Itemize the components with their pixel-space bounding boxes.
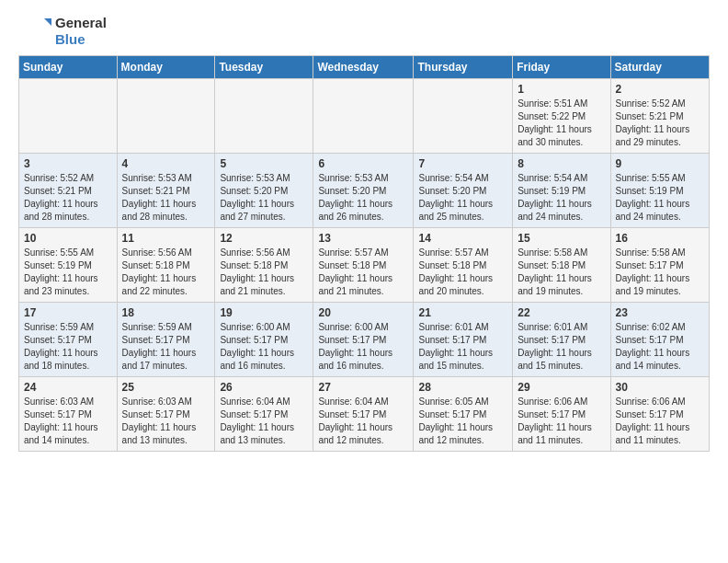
day-number: 23 xyxy=(616,306,704,319)
day-number: 19 xyxy=(220,306,308,319)
calendar-cell-w4d5: 29Sunrise: 6:06 AM Sunset: 5:17 PM Dayli… xyxy=(513,377,610,452)
day-info: Sunrise: 5:53 AM Sunset: 5:20 PM Dayligh… xyxy=(220,172,308,224)
day-number: 25 xyxy=(122,381,210,394)
day-number: 10 xyxy=(24,232,112,245)
calendar-cell-w2d5: 15Sunrise: 5:58 AM Sunset: 5:18 PM Dayli… xyxy=(513,228,610,303)
calendar-cell-w1d1: 4Sunrise: 5:53 AM Sunset: 5:21 PM Daylig… xyxy=(117,154,215,228)
calendar-cell-w2d0: 10Sunrise: 5:55 AM Sunset: 5:19 PM Dayli… xyxy=(19,228,118,303)
day-info: Sunrise: 5:52 AM Sunset: 5:21 PM Dayligh… xyxy=(616,98,704,149)
day-number: 6 xyxy=(318,157,408,170)
day-number: 11 xyxy=(122,232,210,245)
day-info: Sunrise: 6:00 AM Sunset: 5:17 PM Dayligh… xyxy=(220,321,308,373)
dow-header-sunday: Sunday xyxy=(19,56,118,79)
day-info: Sunrise: 6:04 AM Sunset: 5:17 PM Dayligh… xyxy=(220,396,308,447)
day-info: Sunrise: 5:57 AM Sunset: 5:18 PM Dayligh… xyxy=(318,247,408,298)
dow-header-wednesday: Wednesday xyxy=(313,56,414,79)
day-info: Sunrise: 6:04 AM Sunset: 5:17 PM Dayligh… xyxy=(318,396,408,447)
day-number: 24 xyxy=(24,381,112,394)
day-info: Sunrise: 5:54 AM Sunset: 5:20 PM Dayligh… xyxy=(418,172,507,224)
day-number: 8 xyxy=(518,157,605,170)
day-number: 2 xyxy=(616,83,704,96)
day-number: 12 xyxy=(220,232,308,245)
day-number: 18 xyxy=(122,306,210,319)
logo-general: General xyxy=(55,15,107,30)
day-info: Sunrise: 5:55 AM Sunset: 5:19 PM Dayligh… xyxy=(616,172,704,224)
day-number: 20 xyxy=(318,306,408,319)
calendar-cell-w4d2: 26Sunrise: 6:04 AM Sunset: 5:17 PM Dayli… xyxy=(215,377,313,452)
day-info: Sunrise: 5:53 AM Sunset: 5:21 PM Dayligh… xyxy=(122,172,210,224)
day-info: Sunrise: 5:56 AM Sunset: 5:18 PM Dayligh… xyxy=(220,247,308,298)
calendar-cell-w1d4: 7Sunrise: 5:54 AM Sunset: 5:20 PM Daylig… xyxy=(414,154,513,228)
calendar-cell-w0d1 xyxy=(117,79,215,154)
day-number: 4 xyxy=(122,157,210,170)
day-number: 30 xyxy=(616,381,704,394)
day-info: Sunrise: 5:53 AM Sunset: 5:20 PM Dayligh… xyxy=(318,172,408,224)
calendar-cell-w0d5: 1Sunrise: 5:51 AM Sunset: 5:22 PM Daylig… xyxy=(513,79,610,154)
day-info: Sunrise: 5:59 AM Sunset: 5:17 PM Dayligh… xyxy=(122,321,210,373)
calendar-cell-w3d6: 23Sunrise: 6:02 AM Sunset: 5:17 PM Dayli… xyxy=(610,303,709,377)
calendar-cell-w0d0 xyxy=(19,79,118,154)
day-number: 1 xyxy=(518,83,605,96)
dow-header-saturday: Saturday xyxy=(610,56,709,79)
day-number: 14 xyxy=(418,232,507,245)
calendar-cell-w3d2: 19Sunrise: 6:00 AM Sunset: 5:17 PM Dayli… xyxy=(215,303,313,377)
day-info: Sunrise: 5:56 AM Sunset: 5:18 PM Dayligh… xyxy=(122,247,210,298)
day-number: 26 xyxy=(220,381,308,394)
logo-blue: Blue xyxy=(55,31,85,47)
calendar-cell-w3d1: 18Sunrise: 5:59 AM Sunset: 5:17 PM Dayli… xyxy=(117,303,215,377)
calendar-cell-w1d0: 3Sunrise: 5:52 AM Sunset: 5:21 PM Daylig… xyxy=(19,154,118,228)
calendar-cell-w3d0: 17Sunrise: 5:59 AM Sunset: 5:17 PM Dayli… xyxy=(19,303,118,377)
calendar-cell-w2d4: 14Sunrise: 5:57 AM Sunset: 5:18 PM Dayli… xyxy=(414,228,513,303)
day-number: 7 xyxy=(418,157,507,170)
page-header: General Blue xyxy=(18,15,710,48)
calendar-cell-w3d5: 22Sunrise: 6:01 AM Sunset: 5:17 PM Dayli… xyxy=(513,303,610,377)
day-number: 27 xyxy=(318,381,408,394)
logo: General Blue xyxy=(18,15,107,48)
day-number: 5 xyxy=(220,157,308,170)
calendar-cell-w0d2 xyxy=(215,79,313,154)
day-number: 16 xyxy=(616,232,704,245)
day-number: 17 xyxy=(24,306,112,319)
day-number: 21 xyxy=(418,306,507,319)
calendar-table: SundayMondayTuesdayWednesdayThursdayFrid… xyxy=(18,55,710,452)
calendar-cell-w0d3 xyxy=(313,79,414,154)
calendar-cell-w3d4: 21Sunrise: 6:01 AM Sunset: 5:17 PM Dayli… xyxy=(414,303,513,377)
calendar-cell-w3d3: 20Sunrise: 6:00 AM Sunset: 5:17 PM Dayli… xyxy=(313,303,414,377)
calendar-cell-w2d6: 16Sunrise: 5:58 AM Sunset: 5:17 PM Dayli… xyxy=(610,228,709,303)
day-number: 22 xyxy=(518,306,605,319)
calendar-cell-w4d1: 25Sunrise: 6:03 AM Sunset: 5:17 PM Dayli… xyxy=(117,377,215,452)
day-info: Sunrise: 5:52 AM Sunset: 5:21 PM Dayligh… xyxy=(24,172,112,224)
day-number: 28 xyxy=(418,381,507,394)
day-info: Sunrise: 6:05 AM Sunset: 5:17 PM Dayligh… xyxy=(418,396,507,447)
day-info: Sunrise: 6:00 AM Sunset: 5:17 PM Dayligh… xyxy=(318,321,408,373)
day-info: Sunrise: 6:06 AM Sunset: 5:17 PM Dayligh… xyxy=(616,396,704,447)
day-number: 3 xyxy=(24,157,112,170)
day-info: Sunrise: 5:58 AM Sunset: 5:17 PM Dayligh… xyxy=(616,247,704,298)
day-number: 15 xyxy=(518,232,605,245)
day-info: Sunrise: 5:55 AM Sunset: 5:19 PM Dayligh… xyxy=(24,247,112,298)
calendar-cell-w1d2: 5Sunrise: 5:53 AM Sunset: 5:20 PM Daylig… xyxy=(215,154,313,228)
calendar-cell-w2d1: 11Sunrise: 5:56 AM Sunset: 5:18 PM Dayli… xyxy=(117,228,215,303)
calendar-cell-w2d3: 13Sunrise: 5:57 AM Sunset: 5:18 PM Dayli… xyxy=(313,228,414,303)
calendar-cell-w2d2: 12Sunrise: 5:56 AM Sunset: 5:18 PM Dayli… xyxy=(215,228,313,303)
day-info: Sunrise: 5:51 AM Sunset: 5:22 PM Dayligh… xyxy=(518,98,605,149)
calendar-cell-w1d6: 9Sunrise: 5:55 AM Sunset: 5:19 PM Daylig… xyxy=(610,154,709,228)
day-info: Sunrise: 6:03 AM Sunset: 5:17 PM Dayligh… xyxy=(24,396,112,447)
day-info: Sunrise: 6:01 AM Sunset: 5:17 PM Dayligh… xyxy=(418,321,507,373)
dow-header-friday: Friday xyxy=(513,56,610,79)
logo-graphic xyxy=(18,15,51,48)
day-info: Sunrise: 6:06 AM Sunset: 5:17 PM Dayligh… xyxy=(518,396,605,447)
dow-header-tuesday: Tuesday xyxy=(215,56,313,79)
day-info: Sunrise: 5:59 AM Sunset: 5:17 PM Dayligh… xyxy=(24,321,112,373)
day-number: 29 xyxy=(518,381,605,394)
day-info: Sunrise: 6:02 AM Sunset: 5:17 PM Dayligh… xyxy=(616,321,704,373)
calendar-cell-w4d0: 24Sunrise: 6:03 AM Sunset: 5:17 PM Dayli… xyxy=(19,377,118,452)
calendar-cell-w1d5: 8Sunrise: 5:54 AM Sunset: 5:19 PM Daylig… xyxy=(513,154,610,228)
dow-header-monday: Monday xyxy=(117,56,215,79)
day-number: 9 xyxy=(616,157,704,170)
day-info: Sunrise: 5:58 AM Sunset: 5:18 PM Dayligh… xyxy=(518,247,605,298)
day-info: Sunrise: 6:03 AM Sunset: 5:17 PM Dayligh… xyxy=(122,396,210,447)
day-info: Sunrise: 5:54 AM Sunset: 5:19 PM Dayligh… xyxy=(518,172,605,224)
calendar-cell-w4d3: 27Sunrise: 6:04 AM Sunset: 5:17 PM Dayli… xyxy=(313,377,414,452)
dow-header-thursday: Thursday xyxy=(414,56,513,79)
